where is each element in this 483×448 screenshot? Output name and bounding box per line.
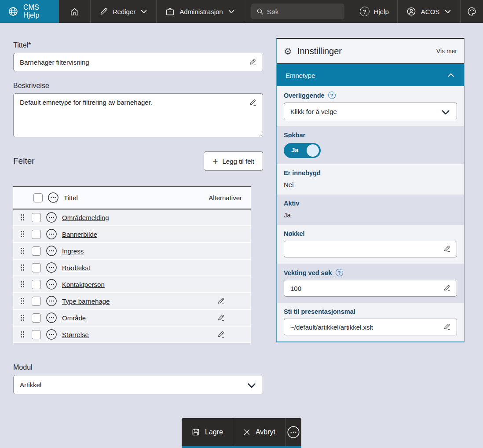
chevron-down-icon [440, 107, 451, 118]
plus-icon: + [212, 157, 218, 166]
show-more-link[interactable]: Vis mer [436, 48, 457, 55]
edit-pencil-icon[interactable] [443, 322, 452, 331]
nav-administrasjon-menu[interactable]: Administrasjon [156, 0, 243, 23]
er-innebygd-section: Er innebygd Nei [277, 164, 464, 195]
sti-input[interactable] [284, 319, 457, 335]
drag-handle-icon[interactable] [20, 214, 25, 221]
field-link[interactable]: Ingress [62, 247, 84, 255]
nav-rediger-label: Rediger [113, 8, 136, 15]
table-row: Ingress [13, 243, 251, 260]
row-options-icon[interactable] [46, 245, 57, 257]
search-input[interactable] [251, 4, 344, 19]
select-all-checkbox[interactable] [33, 193, 43, 202]
row-options-icon[interactable] [46, 295, 57, 307]
description-field-group: Beskrivelse Default emnetype for filtrer… [13, 82, 263, 139]
cancel-button[interactable]: Avbryt [233, 418, 285, 446]
toggle-knob [307, 144, 319, 157]
overliggende-select[interactable]: Klikk for å velge [284, 103, 457, 120]
row-checkbox[interactable] [32, 297, 41, 306]
vekting-section: Vekting ved søk ? [277, 264, 464, 303]
row-options-icon[interactable] [46, 329, 57, 340]
overliggende-section: Overliggende ? Klikk for å velge [277, 86, 464, 126]
field-link[interactable]: Områdemelding [62, 214, 109, 221]
user-icon [406, 6, 417, 17]
add-field-button[interactable]: + Legg til felt [204, 151, 263, 171]
edit-pencil-icon[interactable] [248, 57, 258, 67]
top-navbar: CMS Hjelp Rediger Administrasjon [0, 0, 483, 23]
search-icon [256, 7, 264, 16]
sokbar-toggle[interactable]: Ja [284, 143, 321, 158]
brand-cms-hjelp[interactable]: CMS Hjelp [0, 0, 59, 23]
drag-handle-icon[interactable] [20, 314, 25, 321]
description-textarea[interactable]: Default emnetype for filtrering av barne… [13, 93, 263, 137]
field-link[interactable]: Bannerbilde [62, 231, 97, 238]
field-link[interactable]: Kontaktperson [62, 281, 105, 288]
settings-title: Innstillinger [297, 46, 342, 56]
field-link[interactable]: Brødtekst [62, 264, 90, 272]
drag-handle-icon[interactable] [20, 281, 25, 288]
edit-options-pencil-icon[interactable] [216, 313, 226, 323]
row-options-icon[interactable] [46, 312, 57, 323]
row-checkbox[interactable] [32, 246, 41, 256]
module-label: Modul [13, 364, 263, 371]
chevron-down-icon [227, 7, 235, 15]
drag-handle-icon[interactable] [20, 331, 25, 338]
nav-theme-button[interactable] [460, 0, 483, 23]
drag-handle-icon[interactable] [20, 231, 25, 238]
row-checkbox[interactable] [32, 313, 41, 323]
overliggende-label: Overliggende ? [284, 92, 457, 99]
nav-rediger-menu[interactable]: Rediger [90, 0, 157, 23]
drag-handle-icon[interactable] [20, 297, 25, 305]
title-field-group: Tittel* [13, 41, 263, 71]
pencil-icon [99, 7, 108, 16]
column-header-tittel: Tittel [64, 194, 78, 202]
row-options-icon[interactable] [46, 262, 57, 273]
nokkel-section: Nøkkel [277, 225, 464, 264]
field-link[interactable]: Størrelse [62, 331, 89, 338]
table-row: Område [13, 310, 251, 327]
field-link[interactable]: Område [62, 314, 86, 322]
column-header-alternativer: Alternativer [209, 194, 242, 202]
row-checkbox[interactable] [32, 330, 41, 339]
row-checkbox[interactable] [32, 230, 41, 239]
save-button[interactable]: Lagre [182, 418, 233, 446]
settings-panel-header: ⚙ Innstillinger Vis mer [277, 39, 464, 64]
help-icon: ? [360, 7, 370, 16]
brand-label: CMS Hjelp [23, 4, 51, 19]
nav-home-button[interactable] [59, 0, 90, 23]
action-bar: Lagre Avbryt [182, 418, 301, 448]
nav-administrasjon-label: Administrasjon [179, 8, 223, 15]
nav-hjelp-button[interactable]: ? Hjelp [351, 0, 397, 23]
edit-pencil-icon[interactable] [443, 283, 452, 293]
title-input[interactable] [13, 53, 263, 71]
nav-user-label: ACOS [421, 8, 440, 15]
row-checkbox[interactable] [32, 213, 41, 222]
nokkel-input[interactable] [284, 241, 457, 257]
edit-pencil-icon[interactable] [443, 244, 452, 253]
edit-pencil-icon[interactable] [248, 98, 258, 107]
chevron-down-icon [140, 7, 148, 15]
edit-form: Tittel* Beskrivelse Default emnetype for… [13, 41, 263, 405]
drag-handle-icon[interactable] [20, 264, 25, 271]
edit-options-pencil-icon[interactable] [216, 330, 226, 339]
edit-options-pencil-icon[interactable] [216, 296, 226, 306]
more-actions-button[interactable] [285, 418, 301, 446]
module-select[interactable]: Artikkel [13, 375, 263, 394]
row-options-icon[interactable] [46, 228, 57, 240]
row-options-icon[interactable] [46, 279, 57, 290]
drag-handle-icon[interactable] [20, 247, 25, 254]
row-options-icon[interactable] [46, 212, 57, 223]
vekting-input[interactable] [284, 280, 457, 297]
sti-label: Sti til presentasjonsmal [284, 308, 457, 315]
header-options-icon[interactable] [48, 192, 59, 203]
field-link[interactable]: Type barnehage [62, 297, 110, 305]
row-checkbox[interactable] [32, 280, 41, 289]
action-bar-accent [182, 446, 301, 448]
sokbar-label: Søkbar [284, 132, 457, 139]
help-icon[interactable]: ? [328, 92, 336, 99]
help-icon[interactable]: ? [336, 269, 343, 276]
chevron-down-icon [444, 7, 452, 15]
nav-user-menu[interactable]: ACOS [397, 0, 461, 23]
emnetype-section-header[interactable]: Emnetype [277, 64, 464, 86]
row-checkbox[interactable] [32, 263, 41, 272]
